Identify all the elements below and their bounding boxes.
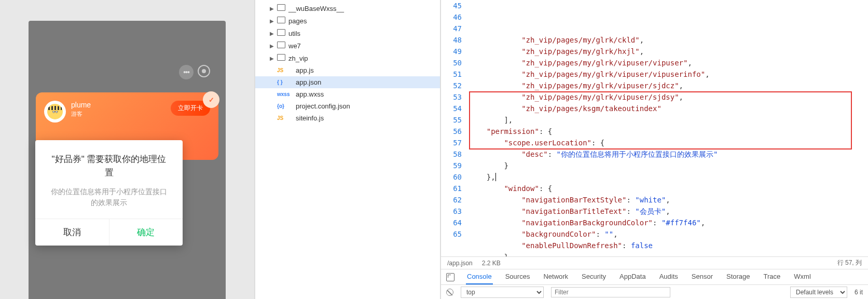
cursor-position-label: 行 57, 列: [837, 259, 862, 267]
file-type-icon: { }: [277, 79, 293, 85]
tab-sensor[interactable]: Sensor: [691, 269, 714, 284]
element-picker-icon[interactable]: [446, 273, 454, 281]
file-name-label: utils: [288, 30, 300, 37]
file-name-label: app.wxss: [296, 90, 324, 98]
tab-trace[interactable]: Trace: [763, 269, 782, 284]
file-type-icon: wxss: [277, 91, 293, 97]
editor-status-bar: /app.json 2.2 KB 行 57, 列: [441, 256, 868, 269]
cancel-button[interactable]: 取消: [35, 219, 109, 246]
menu-icon[interactable]: [179, 65, 194, 79]
dialog-description: 你的位置信息将用于小程序位置接口的效果展示: [35, 183, 183, 219]
file-name-label: app.json: [296, 78, 321, 86]
file-name-label: pages: [288, 17, 307, 25]
folder-icon: [277, 54, 285, 62]
console-toolbar: top Default levels 6 it: [441, 284, 868, 299]
tab-storage[interactable]: Storage: [725, 269, 751, 284]
file-size-label: 2.2 KB: [482, 260, 501, 267]
file-name-label: app.js: [296, 66, 314, 74]
simulator-panel: plume 游客 立即开卡 当 "好品券" 需要获取你的地理位置 你的位置信息将…: [0, 0, 254, 299]
tab-appdata[interactable]: AppData: [618, 269, 647, 284]
capsule-buttons: [179, 65, 210, 79]
avatar: [44, 101, 66, 123]
code-content[interactable]: "zh_vip/pages/my/glrk/ckld", "zh_vip/pag…: [469, 0, 868, 256]
code-editor[interactable]: 4546474849505152535455565758596061626364…: [441, 0, 868, 256]
tab-wxml[interactable]: Wxml: [793, 269, 812, 284]
file-tree-item[interactable]: ▶we7: [255, 39, 440, 52]
file-explorer[interactable]: ▶__wuBaseWxss__▶pages▶utils▶we7▶zh_vipJS…: [254, 0, 441, 299]
file-name-label: __wuBaseWxss__: [288, 5, 344, 12]
tab-security[interactable]: Security: [581, 269, 607, 284]
file-tree-item[interactable]: {o}project.config.json: [255, 100, 440, 112]
hidden-count-label: 6 it: [855, 289, 863, 296]
username-label: plume: [71, 101, 171, 109]
devtools-tabs: ConsoleSourcesNetworkSecurityAppDataAudi…: [441, 269, 868, 284]
tab-sources[interactable]: Sources: [504, 269, 531, 284]
chevron-right-icon: ▶: [270, 43, 276, 49]
file-name-label: siteinfo.js: [296, 114, 324, 122]
permission-dialog: "好品券" 需要获取你的地理位置 你的位置信息将用于小程序位置接口的效果展示 取…: [35, 140, 183, 246]
file-tree-item[interactable]: ▶utils: [255, 27, 440, 39]
line-gutter: 4546474849505152535455565758596061626364…: [441, 0, 469, 256]
card-badge-icon: [203, 91, 219, 108]
file-tree-item[interactable]: JSapp.js: [255, 64, 440, 76]
context-select[interactable]: top: [461, 287, 544, 298]
file-name-label: zh_vip: [288, 55, 308, 62]
chevron-right-icon: ▶: [270, 31, 276, 36]
user-role-label: 游客: [71, 110, 171, 118]
file-tree-item[interactable]: wxssapp.wxss: [255, 88, 440, 100]
file-type-icon: JS: [277, 115, 293, 121]
confirm-button[interactable]: 确定: [109, 219, 183, 246]
chevron-right-icon: ▶: [270, 18, 276, 24]
tab-network[interactable]: Network: [542, 269, 569, 284]
editor-panel: 4546474849505152535455565758596061626364…: [441, 0, 868, 299]
file-tree-item[interactable]: ▶zh_vip: [255, 52, 440, 64]
levels-select[interactable]: Default levels: [790, 287, 847, 298]
dialog-title: "好品券" 需要获取你的地理位置: [35, 140, 183, 183]
folder-icon: [277, 42, 285, 50]
file-tree-item[interactable]: JSsiteinfo.js: [255, 112, 440, 124]
file-path-label: /app.json: [447, 260, 473, 267]
chevron-right-icon: ▶: [270, 6, 276, 11]
folder-icon: [277, 17, 285, 25]
close-miniprogram-icon[interactable]: [198, 65, 210, 77]
file-name-label: we7: [288, 42, 301, 50]
folder-icon: [277, 29, 285, 37]
file-tree-item[interactable]: { }app.json: [255, 76, 440, 88]
file-tree-item[interactable]: ▶pages: [255, 15, 440, 27]
tab-audits[interactable]: Audits: [658, 269, 679, 284]
file-tree-item[interactable]: ▶__wuBaseWxss__: [255, 2, 440, 15]
clear-console-icon[interactable]: [446, 289, 453, 296]
file-type-icon: JS: [277, 67, 293, 73]
file-name-label: project.config.json: [296, 102, 350, 110]
folder-icon: [277, 4, 285, 12]
tab-console[interactable]: Console: [466, 269, 493, 284]
chevron-right-icon: ▶: [270, 56, 276, 61]
file-type-icon: {o}: [277, 103, 293, 109]
filter-input[interactable]: [551, 287, 670, 297]
